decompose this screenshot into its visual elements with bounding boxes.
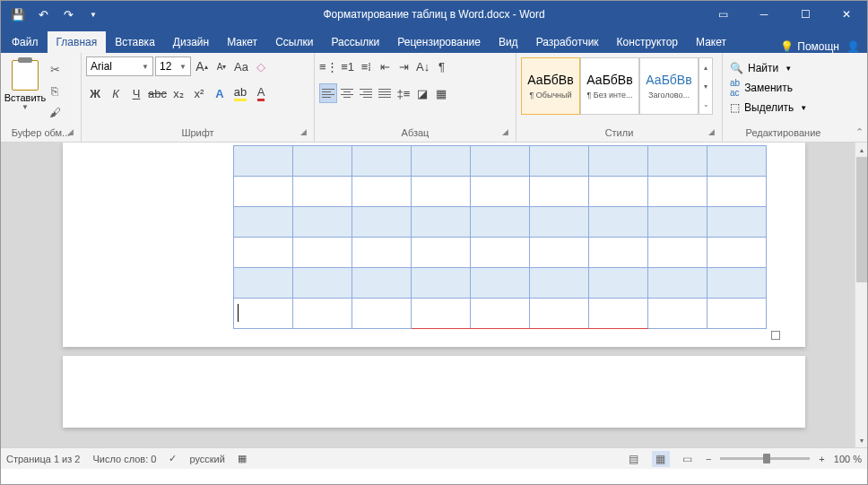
paragraph-dialog-launcher[interactable]: ◢ [502, 127, 513, 138]
superscript-button[interactable]: x² [190, 83, 208, 103]
align-right-button[interactable] [357, 83, 375, 103]
styles-scroll-down[interactable]: ▾ [699, 77, 712, 96]
group-label-font: Шрифт [82, 127, 314, 140]
group-styles: АаБбВв ¶ Обычный АаБбВв ¶ Без инте... Аа… [516, 53, 723, 142]
justify-button[interactable] [376, 83, 394, 103]
zoom-in-button[interactable]: + [819, 454, 824, 464]
table-resize-handle[interactable] [771, 331, 780, 340]
align-center-button[interactable] [338, 83, 356, 103]
find-button[interactable]: 🔍Найти▼ [727, 59, 810, 77]
style-no-spacing[interactable]: АаБбВв ¶ Без инте... [580, 57, 639, 115]
tab-layout[interactable]: Макет [218, 31, 266, 53]
font-size-combo[interactable]: 12▼ [155, 56, 191, 76]
grow-font-button[interactable]: A▴ [193, 56, 211, 76]
group-clipboard: Вставить ▼ ✂ ⎘ 🖌 Буфер обм... ◢ [1, 53, 82, 142]
tab-home[interactable]: Главная [48, 31, 107, 53]
maximize-button[interactable]: ☐ [785, 1, 826, 28]
save-button[interactable]: 💾 [6, 3, 30, 26]
cut-button[interactable]: ✂ [47, 61, 63, 77]
scroll-thumb[interactable] [856, 157, 867, 282]
format-painter-button[interactable]: 🖌 [47, 104, 63, 120]
align-left-button[interactable] [319, 83, 337, 103]
search-icon: 🔍 [730, 62, 743, 74]
document-area[interactable]: ▴ ▾ [1, 143, 867, 447]
style-heading[interactable]: АаБбВв Заголово... [639, 57, 699, 115]
select-button[interactable]: ⬚Выделить▼ [727, 99, 810, 117]
zoom-level[interactable]: 100 % [834, 454, 862, 464]
increase-indent-button[interactable]: ⇥ [395, 56, 413, 76]
copy-button[interactable]: ⎘ [47, 82, 63, 99]
macro-indicator[interactable]: ▦ [238, 453, 247, 464]
tab-insert[interactable]: Вставка [106, 31, 164, 53]
shading-button[interactable]: ◪ [413, 83, 431, 103]
font-dialog-launcher[interactable]: ◢ [300, 127, 311, 138]
shrink-font-button[interactable]: A▾ [213, 56, 230, 76]
font-name-combo[interactable]: Arial▼ [86, 56, 153, 76]
group-paragraph: ≡⋮ ≡1 ≡⁞ ⇤ ⇥ A↓ ¶ ‡≡ ◪ ▦ Абзац ◢ [315, 53, 516, 142]
italic-button[interactable]: К [107, 83, 125, 103]
language-indicator[interactable]: русский [189, 454, 224, 464]
group-label-editing: Редактирование [723, 127, 844, 140]
paste-label: Вставить [4, 92, 47, 103]
tab-review[interactable]: Рецензирование [388, 31, 490, 53]
tab-mailings[interactable]: Рассылки [322, 31, 388, 53]
tab-design[interactable]: Дизайн [164, 31, 218, 53]
subscript-button[interactable]: x₂ [169, 83, 187, 103]
underline-button[interactable]: Ч [127, 83, 145, 103]
borders-button[interactable]: ▦ [432, 83, 450, 103]
tab-table-layout[interactable]: Макет [687, 31, 735, 53]
document-table[interactable] [233, 145, 767, 329]
font-color-button[interactable]: A [252, 83, 270, 103]
tab-file[interactable]: Файл [3, 31, 48, 53]
word-count[interactable]: Число слов: 0 [92, 454, 156, 464]
styles-scroll-up[interactable]: ▴ [699, 58, 712, 77]
title-bar: 💾 ↶ ↷ ▼ Форматирование таблиц в Word.doc… [1, 1, 867, 28]
share-button[interactable]: 👤 [846, 40, 860, 53]
active-cell[interactable] [234, 299, 293, 329]
show-marks-button[interactable]: ¶ [433, 56, 451, 76]
highlight-button[interactable]: ab [231, 83, 249, 103]
text-effects-button[interactable]: A [211, 83, 229, 103]
numbering-button[interactable]: ≡1 [339, 56, 357, 76]
bullets-button[interactable]: ≡⋮ [319, 56, 338, 76]
tab-developer[interactable]: Разработчик [527, 31, 608, 53]
quick-access-toolbar: 💾 ↶ ↷ ▼ [1, 3, 105, 26]
sort-button[interactable]: A↓ [414, 56, 432, 76]
zoom-slider[interactable] [720, 457, 810, 460]
customize-qat-button[interactable]: ▼ [82, 3, 105, 26]
minimize-button[interactable]: ─ [743, 1, 785, 28]
bold-button[interactable]: Ж [86, 83, 104, 103]
collapse-ribbon-button[interactable]: ⌃ [855, 126, 864, 138]
scroll-up-button[interactable]: ▴ [855, 143, 867, 157]
close-button[interactable]: ✕ [826, 1, 867, 28]
undo-button[interactable]: ↶ [31, 3, 55, 26]
read-mode-button[interactable]: ▤ [625, 451, 643, 467]
page-1[interactable] [63, 143, 805, 347]
tab-table-design[interactable]: Конструктор [608, 31, 687, 53]
strikethrough-button[interactable]: abc [148, 83, 167, 103]
styles-expand[interactable]: ⌄ [699, 95, 712, 114]
ribbon-display-button[interactable]: ▭ [702, 1, 743, 28]
spell-check-icon[interactable]: ✓ [169, 453, 177, 464]
line-spacing-button[interactable]: ‡≡ [395, 83, 412, 103]
multilevel-list-button[interactable]: ≡⁞ [358, 56, 376, 76]
vertical-scrollbar[interactable]: ▴ ▾ [855, 143, 867, 447]
page-2[interactable] [63, 356, 805, 428]
replace-button[interactable]: abacЗаменить [727, 79, 810, 97]
scroll-down-button[interactable]: ▾ [855, 433, 867, 447]
change-case-button[interactable]: Aa [232, 56, 250, 76]
styles-dialog-launcher[interactable]: ◢ [708, 127, 719, 138]
page-indicator[interactable]: Страница 1 из 2 [6, 454, 80, 464]
clipboard-dialog-launcher[interactable]: ◢ [67, 127, 78, 138]
paste-button[interactable]: Вставить ▼ [5, 56, 45, 111]
redo-button[interactable]: ↷ [56, 3, 80, 26]
tell-me-button[interactable]: 💡Помощн [780, 40, 839, 53]
style-normal[interactable]: АаБбВв ¶ Обычный [521, 57, 580, 115]
tab-view[interactable]: Вид [490, 31, 527, 53]
decrease-indent-button[interactable]: ⇤ [377, 56, 395, 76]
clear-formatting-button[interactable]: ◇ [252, 56, 270, 76]
tab-references[interactable]: Ссылки [266, 31, 322, 53]
zoom-out-button[interactable]: − [706, 454, 711, 464]
web-layout-button[interactable]: ▭ [679, 451, 697, 467]
print-layout-button[interactable]: ▦ [652, 451, 670, 467]
